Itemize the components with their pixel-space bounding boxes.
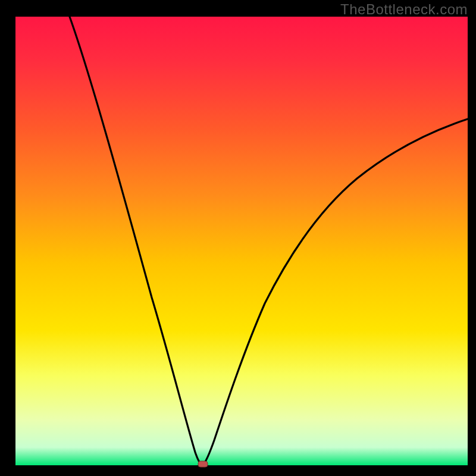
watermark-text: TheBottleneck.com	[340, 1, 468, 18]
chart-frame	[0, 0, 476, 476]
optimal-marker	[198, 461, 208, 467]
plot-background	[15, 17, 468, 465]
chart-svg	[0, 0, 476, 476]
